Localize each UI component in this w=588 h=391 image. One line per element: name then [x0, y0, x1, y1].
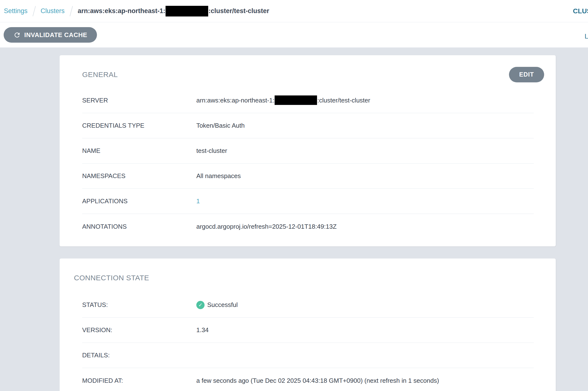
row-value: 1 [196, 197, 200, 205]
table-row-details: DETAILS: [82, 343, 534, 368]
row-value: 1.34 [196, 326, 209, 334]
general-rows: SERVER arn:aws:eks:ap-northeast-1: :clus… [60, 88, 556, 246]
general-card-title: GENERAL [82, 71, 118, 79]
page-content: GENERAL EDIT SERVER arn:aws:eks:ap-north… [0, 47, 588, 391]
row-label: STATUS: [82, 301, 196, 309]
refresh-icon [13, 31, 21, 39]
connection-card-header: CONNECTION STATE [60, 259, 556, 293]
row-label: SERVER [82, 97, 196, 104]
table-row-version: VERSION: 1.34 [82, 318, 534, 343]
table-row-annotations: ANNOTATIONS argocd.argoproj.io/refresh=2… [82, 214, 534, 239]
server-arn-prefix: arn:aws:eks:ap-northeast-1: [196, 97, 274, 104]
redaction-box [275, 96, 317, 105]
row-value-status: ✓ Successful [196, 301, 238, 309]
edit-button[interactable]: EDIT [509, 67, 544, 82]
row-label: APPLICATIONS [82, 197, 196, 205]
row-value-server: arn:aws:eks:ap-northeast-1: :cluster/tes… [196, 96, 370, 105]
toolbar: INVALIDATE CACHE Lo [0, 22, 588, 47]
redaction-box [166, 6, 208, 16]
invalidate-cache-button[interactable]: INVALIDATE CACHE [4, 27, 97, 43]
page-title-clipped: CLUS [573, 7, 588, 15]
row-value: Token/Basic Auth [196, 122, 244, 129]
row-value: test-cluster [196, 147, 227, 155]
row-value: a few seconds ago (Tue Dec 02 2025 04:43… [196, 377, 439, 385]
toolbar-link-clipped[interactable]: Lo [585, 33, 588, 40]
table-row-namespaces: NAMESPACES All namespaces [82, 164, 534, 189]
row-label: NAMESPACES [82, 172, 196, 180]
server-arn-suffix: :cluster/test-cluster [317, 97, 370, 104]
connection-rows: STATUS: ✓ Successful VERSION: 1.34 DETAI… [60, 293, 556, 391]
row-label: ANNOTATIONS [82, 223, 196, 230]
row-label: MODIFIED AT: [82, 377, 196, 385]
connection-card-title: CONNECTION STATE [74, 274, 149, 282]
row-label: NAME [82, 147, 196, 155]
table-row-status: STATUS: ✓ Successful [82, 293, 534, 318]
table-row-modified-at: MODIFIED AT: a few seconds ago (Tue Dec … [82, 368, 534, 391]
general-card: GENERAL EDIT SERVER arn:aws:eks:ap-north… [60, 55, 556, 246]
row-label: DETAILS: [82, 352, 196, 359]
breadcrumb-link-clusters[interactable]: Clusters [41, 7, 65, 15]
row-value: All namespaces [196, 172, 241, 180]
status-text: Successful [207, 301, 238, 309]
table-row-server: SERVER arn:aws:eks:ap-northeast-1: :clus… [82, 88, 534, 113]
breadcrumb-link-settings[interactable]: Settings [4, 7, 28, 15]
breadcrumb-current-cluster: arn:aws:eks:ap-northeast-1: :cluster/tes… [78, 6, 269, 16]
row-value: argocd.argoproj.io/refresh=2025-12-01T18… [196, 223, 337, 230]
cluster-arn-suffix: :cluster/test-cluster [209, 7, 269, 15]
breadcrumb-separator [32, 6, 36, 16]
row-label: VERSION: [82, 326, 196, 334]
applications-count-link[interactable]: 1 [196, 197, 200, 205]
row-label: CREDENTIALS TYPE [82, 122, 196, 129]
general-card-header: GENERAL EDIT [60, 55, 556, 88]
check-circle-icon: ✓ [196, 301, 205, 309]
invalidate-cache-label: INVALIDATE CACHE [24, 31, 87, 39]
breadcrumb: Settings Clusters arn:aws:eks:ap-northea… [0, 0, 588, 22]
connection-state-card: CONNECTION STATE STATUS: ✓ Successful VE… [60, 259, 556, 391]
table-row-name: NAME test-cluster [82, 138, 534, 164]
table-row-applications: APPLICATIONS 1 [82, 189, 534, 214]
cluster-arn-prefix: arn:aws:eks:ap-northeast-1: [78, 7, 166, 15]
breadcrumb-separator [70, 6, 73, 16]
table-row-credentials-type: CREDENTIALS TYPE Token/Basic Auth [82, 113, 534, 138]
